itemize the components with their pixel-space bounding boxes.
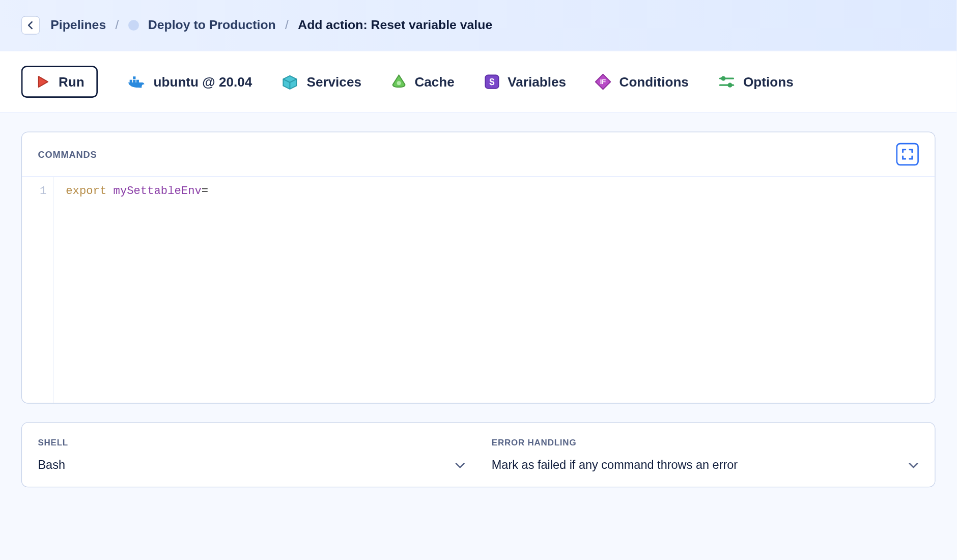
svg-point-12 [721, 76, 725, 81]
svg-rect-4 [133, 76, 135, 79]
tab-environment[interactable]: ubuntu @ 20.04 [127, 74, 252, 90]
breadcrumb-current: Add action: Reset variable value [298, 18, 492, 33]
commands-panel-header: COMMANDS [22, 132, 935, 177]
tab-variables-label: Variables [508, 74, 566, 90]
tab-conditions-label: Conditions [620, 74, 689, 90]
tab-environment-label: ubuntu @ 20.04 [154, 74, 252, 90]
svg-point-5 [397, 81, 401, 85]
svg-rect-1 [130, 80, 132, 82]
shell-select[interactable]: Bash [38, 458, 465, 472]
shell-label: SHELL [38, 437, 465, 447]
conditions-icon: IF [596, 74, 611, 90]
svg-rect-2 [133, 80, 135, 82]
tab-options-label: Options [743, 74, 794, 90]
breadcrumb-pipeline-name[interactable]: Deploy to Production [148, 18, 276, 33]
code-varname: mySettableEnv [114, 185, 202, 198]
tab-services[interactable]: Services [282, 74, 361, 90]
chevron-down-icon [455, 458, 465, 472]
tab-variables[interactable]: $ Variables [484, 74, 566, 90]
pipeline-status-dot-icon [128, 20, 139, 31]
commands-title: COMMANDS [38, 149, 97, 160]
tabs-bar: Run ubuntu @ 20.04 Services Cache $ Vari… [0, 51, 956, 113]
code-content[interactable]: export mySettableEnv= [54, 177, 935, 403]
breadcrumb-pipelines[interactable]: Pipelines [50, 18, 106, 33]
breadcrumb-sep: / [115, 18, 119, 33]
tab-conditions[interactable]: IF Conditions [596, 74, 689, 90]
tab-run-label: Run [59, 74, 85, 90]
code-keyword: export [66, 185, 106, 198]
tab-services-label: Services [306, 74, 361, 90]
svg-text:$: $ [489, 76, 494, 87]
editor-gutter: 1 [22, 177, 54, 403]
sliders-icon [718, 74, 735, 89]
back-button[interactable] [21, 16, 40, 35]
code-op: = [202, 185, 208, 198]
error-handling-config: ERROR HANDLING Mark as failed if any com… [492, 437, 919, 472]
variables-icon: $ [484, 74, 499, 90]
tab-cache[interactable]: Cache [390, 74, 454, 90]
config-panel: SHELL Bash ERROR HANDLING Mark as failed… [21, 422, 936, 487]
svg-point-13 [727, 83, 732, 88]
box-icon [282, 74, 299, 90]
code-editor[interactable]: 1 export mySettableEnv= [22, 177, 935, 403]
shell-config: SHELL Bash [38, 437, 465, 472]
header: Pipelines / Deploy to Production / Add a… [0, 0, 956, 51]
main-content: COMMANDS 1 export mySettableEnv= SHELL B… [0, 113, 956, 506]
tab-cache-label: Cache [414, 74, 454, 90]
svg-rect-3 [136, 80, 139, 82]
error-handling-select[interactable]: Mark as failed if any command throws an … [492, 458, 919, 472]
shell-value: Bash [38, 458, 65, 472]
chevron-left-icon [27, 20, 34, 30]
play-icon [35, 74, 50, 90]
svg-text:IF: IF [600, 78, 606, 86]
line-number: 1 [29, 185, 46, 198]
svg-marker-0 [39, 76, 48, 87]
expand-editor-button[interactable] [896, 143, 918, 165]
tab-options[interactable]: Options [718, 74, 793, 90]
chevron-down-icon [908, 458, 919, 472]
docker-icon [127, 74, 146, 90]
commands-panel: COMMANDS 1 export mySettableEnv= [21, 132, 936, 404]
breadcrumb-sep: / [285, 18, 289, 33]
expand-icon [902, 148, 914, 160]
breadcrumb: Pipelines / Deploy to Production / Add a… [50, 18, 492, 33]
error-handling-value: Mark as failed if any command throws an … [492, 458, 738, 472]
tab-run[interactable]: Run [21, 66, 98, 98]
cache-icon [390, 74, 406, 90]
error-handling-label: ERROR HANDLING [492, 437, 919, 447]
